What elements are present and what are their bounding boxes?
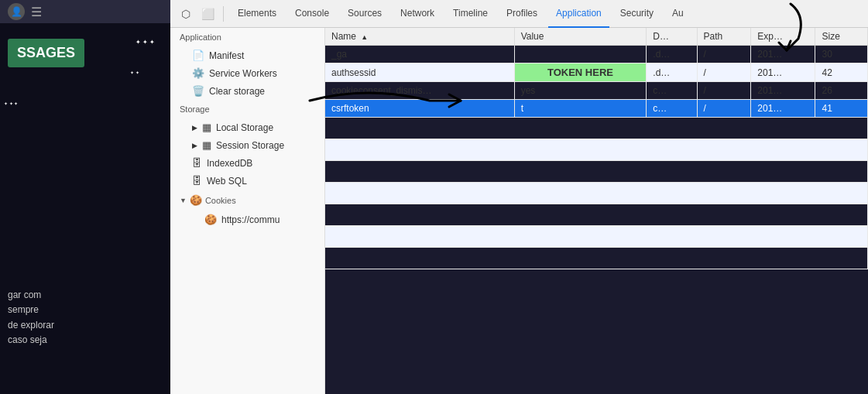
tab-elements[interactable]: Elements — [230, 0, 284, 28]
manifest-icon: 📄 — [192, 50, 204, 61]
cell-expires: 201… — [751, 82, 815, 100]
messages-badge: SSAGES — [8, 39, 84, 67]
cell-path: / — [697, 63, 751, 82]
table-row-empty — [325, 139, 868, 161]
indexeddb-icon: 🗄 — [192, 157, 202, 169]
sidebar-item-clear-storage[interactable]: 🗑️ Clear storage — [170, 82, 324, 100]
tab-network[interactable]: Network — [393, 0, 442, 28]
cell-size: 30 — [815, 46, 868, 63]
expand-arrow-icon: ▶ — [192, 142, 197, 149]
devtools-panel: ⬡ ⬜ Elements Console Sources Network Tim… — [170, 0, 868, 394]
sidebar-item-session-storage[interactable]: ▶ ▦ Session Storage — [170, 136, 324, 154]
sidebar-item-local-storage[interactable]: ▶ ▦ Local Storage — [170, 118, 324, 136]
toolbar-divider — [223, 6, 224, 22]
cell-expires: 201… — [751, 63, 815, 82]
sidebar-item-manifest[interactable]: 📄 Manifest — [170, 46, 324, 64]
table-row[interactable]: authsessid TOKEN HERE .d… / 201… 42 — [325, 63, 868, 82]
table-row-empty — [325, 226, 868, 248]
table-row-empty — [325, 204, 868, 226]
website-top-bar: 👤 ☰ — [0, 0, 170, 23]
cell-domain: .d… — [647, 63, 697, 82]
sidebar-item-indexeddb[interactable]: 🗄 IndexedDB — [170, 154, 324, 172]
cell-name: csrftoken — [325, 100, 514, 118]
cell-path: / — [697, 82, 751, 100]
col-domain[interactable]: D… — [647, 28, 697, 46]
col-name[interactable]: Name ▲ — [325, 28, 514, 46]
websql-icon: 🗄 — [192, 175, 202, 187]
cell-value: yes — [514, 82, 647, 100]
table-wrapper[interactable]: Name ▲ Value D… Path Exp… Size — [325, 28, 868, 394]
cell-size: 41 — [815, 100, 868, 118]
expand-arrow-icon: ▶ — [192, 124, 197, 132]
cookies-section-title: Cookies — [205, 196, 236, 205]
table-header-row: Name ▲ Value D… Path Exp… Size — [325, 28, 868, 46]
table-row-empty — [325, 248, 868, 269]
cell-path: / — [697, 100, 751, 118]
cell-expires: 201… — [751, 46, 815, 63]
cell-domain: c… — [647, 100, 697, 118]
tab-au[interactable]: Au — [664, 0, 691, 28]
sidebar: Application 📄 Manifest ⚙️ Service Worker… — [170, 28, 325, 394]
table-row-empty — [325, 183, 868, 204]
cell-expires: 201… — [751, 100, 815, 118]
cell-domain: c… — [647, 82, 697, 100]
table-row-empty — [325, 161, 868, 183]
tab-sources[interactable]: Sources — [340, 0, 389, 28]
clear-storage-icon: 🗑️ — [192, 85, 204, 97]
sort-arrow-icon: ▲ — [361, 33, 368, 41]
cell-name: authsessid — [325, 63, 514, 82]
cell-path: / — [697, 46, 751, 63]
devtools-body: Application 📄 Manifest ⚙️ Service Worker… — [170, 28, 868, 394]
service-workers-icon: ⚙️ — [192, 67, 204, 79]
sidebar-item-cookies-url[interactable]: 🍪 https://commu — [170, 211, 324, 228]
cell-size: 42 — [815, 63, 868, 82]
table-row[interactable]: _ga .d… / 201… 30 — [325, 46, 868, 63]
website-panel: 👤 ☰ ✦ ✦ ✦ ✦ ✦ ✦ ✦ ✦ SSAGES gar com sempr… — [0, 0, 170, 394]
cell-size: 26 — [815, 82, 868, 100]
col-path[interactable]: Path — [697, 28, 751, 46]
tab-console[interactable]: Console — [287, 0, 337, 28]
sidebar-item-service-workers[interactable]: ⚙️ Service Workers — [170, 64, 324, 82]
sidebar-item-websql[interactable]: 🗄 Web SQL — [170, 172, 324, 190]
col-value[interactable]: Value — [514, 28, 647, 46]
website-body-text: gar com sempre de explorar caso seja — [8, 288, 54, 348]
tab-profiles[interactable]: Profiles — [499, 0, 545, 28]
avatar: 👤 — [8, 3, 25, 20]
devtools-toolbar: ⬡ ⬜ Elements Console Sources Network Tim… — [170, 0, 868, 28]
cookies-expand-icon: ▼ — [180, 197, 187, 204]
tab-application[interactable]: Application — [548, 0, 609, 28]
hamburger-icon[interactable]: ☰ — [31, 5, 42, 19]
table-row-empty — [325, 118, 868, 139]
table-row[interactable]: cookieconsent_dismis… yes c… / 201… 26 — [325, 82, 868, 100]
inspect-icon[interactable]: ⬜ — [198, 5, 217, 23]
local-storage-icon: ▦ — [202, 122, 211, 133]
col-size[interactable]: Size — [815, 28, 868, 46]
col-expires[interactable]: Exp… — [751, 28, 815, 46]
tab-timeline[interactable]: Timeline — [445, 0, 496, 28]
cell-value: t — [514, 100, 647, 118]
cookies-section-icon: 🍪 — [190, 194, 202, 206]
cell-name: _ga — [325, 46, 514, 63]
cell-domain: .d… — [647, 46, 697, 63]
main-content: Name ▲ Value D… Path Exp… Size — [325, 28, 868, 394]
session-storage-icon: ▦ — [202, 139, 211, 151]
application-section-title: Application — [170, 28, 324, 46]
cell-value — [514, 46, 647, 63]
storage-section-title: Storage — [170, 100, 324, 118]
cell-name: cookieconsent_dismis… — [325, 82, 514, 100]
cookies-table: Name ▲ Value D… Path Exp… Size — [325, 28, 868, 269]
tab-security[interactable]: Security — [612, 0, 661, 28]
table-row-selected[interactable]: csrftoken t c… / 201… 41 — [325, 100, 868, 118]
cell-value-token: TOKEN HERE — [514, 63, 647, 82]
cursor-icon[interactable]: ⬡ — [177, 5, 195, 23]
cookie-url-icon: 🍪 — [204, 214, 217, 225]
